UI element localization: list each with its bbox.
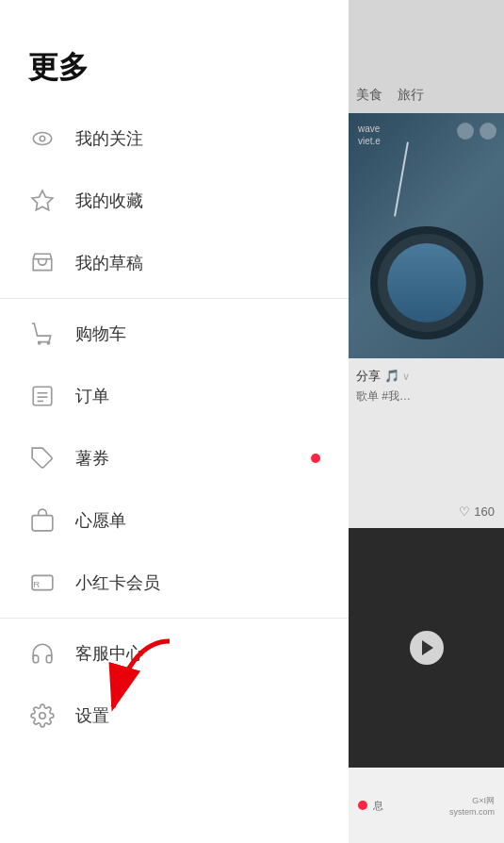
divider-1: [0, 298, 349, 299]
share-dropdown: ∨: [402, 371, 410, 382]
bottom-red-dot: [358, 801, 367, 810]
menu-label-draft: 我的草稿: [75, 252, 320, 274]
menu-label-order: 订单: [75, 385, 320, 407]
right-card1: wave viet.e: [349, 113, 504, 358]
svg-point-13: [40, 713, 46, 719]
main-container: 更多 我的关注 我的收藏 我的草稿: [0, 0, 504, 843]
tag-food: 美食: [356, 87, 382, 104]
svg-point-3: [39, 342, 41, 344]
card1-wave: [387, 243, 466, 322]
star-icon: [28, 187, 57, 215]
card1-icon-1: [457, 123, 474, 140]
menu-item-settings[interactable]: 设置: [0, 685, 349, 747]
menu-label-collection: 我的收藏: [75, 190, 320, 212]
menu-label-cart: 购物车: [75, 322, 320, 345]
tag-travel: 旅行: [398, 87, 424, 104]
card-icon: R: [28, 569, 57, 597]
gear-icon: [28, 702, 57, 730]
cart-icon: [28, 320, 57, 348]
right-bottom-bar: 息 G×I网system.com: [349, 768, 504, 843]
svg-point-4: [47, 342, 49, 344]
share-subtitle: 歌单 #我…: [356, 388, 496, 405]
menu-label-wishlist: 心愿单: [75, 509, 320, 532]
bag-icon: [28, 506, 57, 535]
menu-label-service: 客服中心: [75, 642, 320, 665]
play-triangle-icon: [422, 640, 433, 655]
menu-item-membership[interactable]: R 小红卡会员: [0, 552, 349, 614]
share-title: 分享 🎵 ∨: [356, 368, 496, 385]
page-title: 更多: [0, 0, 349, 107]
svg-text:R: R: [33, 579, 40, 589]
svg-rect-10: [32, 516, 53, 531]
svg-point-1: [40, 136, 44, 140]
menu-item-service[interactable]: 客服中心: [0, 622, 349, 685]
card1-porthole: [370, 226, 483, 339]
right-top-tags: 美食 旅行: [349, 0, 504, 113]
menu-item-collection[interactable]: 我的收藏: [0, 170, 349, 232]
menu-item-cart[interactable]: 购物车: [0, 303, 349, 365]
right-panel: 美食 旅行 wave viet.e 分享 🎵 ∨ 歌单 #我…: [349, 0, 504, 843]
music-emoji: 🎵: [384, 369, 399, 383]
eye-icon: [28, 124, 57, 153]
like-count: ♡ 160: [459, 504, 495, 519]
tag-icon: [28, 444, 57, 472]
card1-icons: [457, 123, 496, 140]
inbox-icon: [28, 249, 57, 277]
card1-label: wave viet.e: [358, 123, 381, 147]
card1-icon-2: [480, 123, 496, 140]
share-prefix: 分享: [356, 369, 381, 383]
menu-item-coupon[interactable]: 薯券: [0, 427, 349, 489]
left-panel: 更多 我的关注 我的收藏 我的草稿: [0, 0, 349, 843]
coupon-red-dot: [311, 454, 320, 463]
menu-list: 我的关注 我的收藏 我的草稿: [0, 107, 349, 843]
right-card2: 分享 🎵 ∨ 歌单 #我… ♡ 160: [349, 358, 504, 528]
heart-icon: ♡: [459, 504, 470, 519]
svg-point-0: [33, 133, 52, 145]
menu-item-wishlist[interactable]: 心愿单: [0, 489, 349, 552]
menu-label-settings: 设置: [75, 704, 320, 727]
play-button[interactable]: [410, 631, 444, 665]
list-icon: [28, 382, 57, 410]
menu-label-follow: 我的关注: [75, 127, 320, 150]
bottom-text: 息: [373, 799, 383, 813]
menu-item-draft[interactable]: 我的草稿: [0, 232, 349, 294]
right-card3: [349, 528, 504, 768]
divider-2: [0, 618, 349, 619]
svg-marker-2: [32, 190, 53, 210]
menu-item-follow[interactable]: 我的关注: [0, 107, 349, 170]
menu-label-coupon: 薯券: [75, 447, 320, 470]
watermark: G×I网system.com: [449, 795, 495, 817]
menu-item-order[interactable]: 订单: [0, 365, 349, 427]
like-number: 160: [474, 504, 495, 519]
menu-label-membership: 小红卡会员: [75, 571, 320, 594]
svg-rect-5: [33, 387, 52, 405]
headset-icon: [28, 639, 57, 668]
